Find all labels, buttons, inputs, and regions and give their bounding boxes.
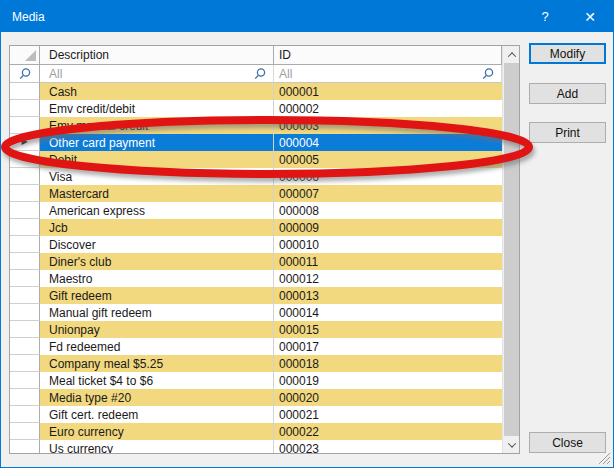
cell-description[interactable]: Media type #20: [40, 389, 274, 406]
table-row[interactable]: Discover000010: [10, 236, 502, 253]
cell-id[interactable]: 000017: [274, 338, 502, 355]
filter-selector-cell[interactable]: [10, 65, 40, 83]
table-row[interactable]: Visa000006: [10, 168, 502, 185]
table-row[interactable]: Gift cert. redeem000021: [10, 406, 502, 423]
cell-id[interactable]: 000023: [274, 440, 502, 453]
table-row[interactable]: Debit000005: [10, 151, 502, 168]
table-row[interactable]: Emv credit/debit000002: [10, 100, 502, 117]
cell-id[interactable]: 000007: [274, 185, 502, 202]
resize-grip-icon[interactable]: [598, 452, 611, 465]
cell-description[interactable]: Discover: [40, 236, 274, 253]
table-row[interactable]: Manual gift redeem000014: [10, 304, 502, 321]
cell-description[interactable]: Euro currency: [40, 423, 274, 440]
table-row[interactable]: Us currency000023: [10, 440, 502, 453]
table-row[interactable]: ▶Other card payment000004: [10, 134, 502, 151]
row-selector-cell[interactable]: [10, 372, 40, 389]
row-selector-cell[interactable]: [10, 355, 40, 372]
row-selector-cell[interactable]: ▶: [10, 134, 40, 151]
table-row[interactable]: Cash000001: [10, 83, 502, 100]
table-row[interactable]: American express000008: [10, 202, 502, 219]
print-button[interactable]: Print: [529, 122, 606, 143]
cell-id[interactable]: 000021: [274, 406, 502, 423]
cell-description[interactable]: Company meal $5.25: [40, 355, 274, 372]
scroll-down-icon[interactable]: [503, 436, 520, 453]
id-filter-input[interactable]: All: [274, 65, 502, 83]
row-selector-cell[interactable]: [10, 100, 40, 117]
cell-description[interactable]: Diner's club: [40, 253, 274, 270]
table-row[interactable]: Fd redeemed000017: [10, 338, 502, 355]
vertical-scrollbar[interactable]: [502, 46, 519, 453]
table-row[interactable]: Meal ticket $4 to $6000019: [10, 372, 502, 389]
cell-id[interactable]: 000022: [274, 423, 502, 440]
cell-id[interactable]: 000009: [274, 219, 502, 236]
search-icon[interactable]: [481, 67, 495, 81]
cell-description[interactable]: Emv manual credit: [40, 117, 274, 134]
row-selector-cell[interactable]: [10, 321, 40, 338]
cell-id[interactable]: 000002: [274, 100, 502, 117]
cell-description[interactable]: Debit: [40, 151, 274, 168]
add-button[interactable]: Add: [529, 83, 606, 104]
row-selector-cell[interactable]: [10, 83, 40, 100]
scroll-up-icon[interactable]: [503, 46, 520, 63]
row-selector-cell[interactable]: [10, 338, 40, 355]
cell-id[interactable]: 000010: [274, 236, 502, 253]
cell-id[interactable]: 000014: [274, 304, 502, 321]
cell-description[interactable]: Us currency: [40, 440, 274, 453]
table-row[interactable]: Euro currency000022: [10, 423, 502, 440]
table-row[interactable]: Unionpay000015: [10, 321, 502, 338]
row-selector-cell[interactable]: [10, 423, 40, 440]
cell-id[interactable]: 000012: [274, 270, 502, 287]
scrollbar-thumb[interactable]: [504, 63, 519, 436]
row-selector-cell[interactable]: [10, 151, 40, 168]
table-row[interactable]: Media type #20000020: [10, 389, 502, 406]
cell-description[interactable]: Meal ticket $4 to $6: [40, 372, 274, 389]
modify-button[interactable]: Modify: [529, 43, 606, 64]
row-selector-cell[interactable]: [10, 389, 40, 406]
description-filter-input[interactable]: All: [40, 65, 274, 83]
cell-description[interactable]: Jcb: [40, 219, 274, 236]
cell-id[interactable]: 000018: [274, 355, 502, 372]
close-button[interactable]: Close: [529, 432, 606, 453]
select-all-corner-cell[interactable]: [10, 46, 40, 65]
table-row[interactable]: Diner's club000011: [10, 253, 502, 270]
row-selector-cell[interactable]: [10, 219, 40, 236]
cell-description[interactable]: Mastercard: [40, 185, 274, 202]
row-selector-cell[interactable]: [10, 253, 40, 270]
cell-description[interactable]: Visa: [40, 168, 274, 185]
cell-id[interactable]: 000005: [274, 151, 502, 168]
column-header-id[interactable]: ID: [274, 46, 502, 65]
cell-description[interactable]: Unionpay: [40, 321, 274, 338]
table-row[interactable]: Gift redeem000013: [10, 287, 502, 304]
row-selector-cell[interactable]: [10, 287, 40, 304]
cell-id[interactable]: 000003: [274, 117, 502, 134]
cell-description[interactable]: Cash: [40, 83, 274, 100]
cell-description[interactable]: Gift cert. redeem: [40, 406, 274, 423]
cell-id[interactable]: 000006: [274, 168, 502, 185]
row-selector-cell[interactable]: [10, 202, 40, 219]
table-row[interactable]: Mastercard000007: [10, 185, 502, 202]
cell-description[interactable]: Other card payment: [40, 134, 274, 151]
cell-description[interactable]: Manual gift redeem: [40, 304, 274, 321]
table-row[interactable]: Maestro000012: [10, 270, 502, 287]
row-selector-cell[interactable]: [10, 117, 40, 134]
cell-id[interactable]: 000013: [274, 287, 502, 304]
row-selector-cell[interactable]: [10, 304, 40, 321]
row-selector-cell[interactable]: [10, 406, 40, 423]
cell-description[interactable]: Maestro: [40, 270, 274, 287]
help-button[interactable]: ?: [524, 1, 566, 32]
row-selector-cell[interactable]: [10, 168, 40, 185]
table-row[interactable]: Emv manual credit000003: [10, 117, 502, 134]
cell-id[interactable]: 000008: [274, 202, 502, 219]
table-row[interactable]: Jcb000009: [10, 219, 502, 236]
search-icon[interactable]: [253, 67, 267, 81]
row-selector-cell[interactable]: [10, 185, 40, 202]
column-header-description[interactable]: Description: [40, 46, 274, 65]
cell-id[interactable]: 000001: [274, 83, 502, 100]
cell-id[interactable]: 000019: [274, 372, 502, 389]
cell-description[interactable]: American express: [40, 202, 274, 219]
cell-description[interactable]: Emv credit/debit: [40, 100, 274, 117]
close-icon[interactable]: ✕: [569, 1, 611, 32]
cell-id[interactable]: 000004: [274, 134, 502, 151]
cell-description[interactable]: Gift redeem: [40, 287, 274, 304]
cell-description[interactable]: Fd redeemed: [40, 338, 274, 355]
